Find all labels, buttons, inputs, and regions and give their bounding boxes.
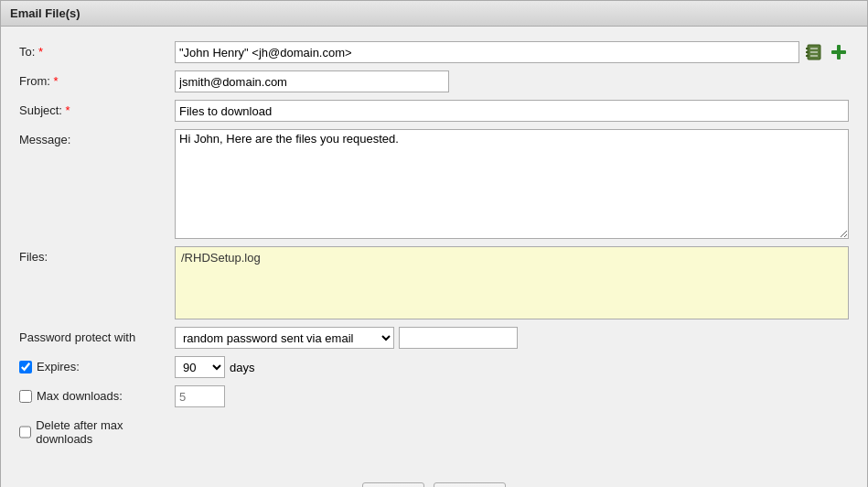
max-downloads-control-area xyxy=(175,385,849,407)
max-downloads-checkbox-label[interactable]: Max downloads: xyxy=(19,389,175,403)
to-input[interactable] xyxy=(175,41,799,63)
from-input[interactable] xyxy=(175,70,449,92)
delete-after-max-row: Delete after max downloads xyxy=(19,415,849,446)
delete-after-max-checkbox-label[interactable]: Delete after max downloads xyxy=(19,418,175,446)
plus-icon xyxy=(830,43,848,61)
delete-after-max-label-area: Delete after max downloads xyxy=(19,415,175,446)
to-required: * xyxy=(38,45,43,59)
send-button[interactable]: Send xyxy=(362,482,424,487)
password-label: Password protect with xyxy=(19,327,175,344)
message-label: Message: xyxy=(19,129,175,146)
from-control-area xyxy=(175,70,849,92)
to-control-area xyxy=(175,41,849,63)
message-row: Message: xyxy=(19,129,849,239)
max-downloads-row: Max downloads: xyxy=(19,385,849,407)
expires-row: Expires: 30 60 90 120 180 365 days xyxy=(19,356,849,378)
max-downloads-checkbox[interactable] xyxy=(19,390,32,403)
subject-label: Subject: * xyxy=(19,100,175,117)
expires-label-area: Expires: xyxy=(19,356,175,373)
dialog-title: Email File(s) xyxy=(10,6,80,20)
files-label: Files: xyxy=(19,246,175,264)
title-bar: Email File(s) xyxy=(1,1,867,27)
expires-checkbox[interactable] xyxy=(19,361,32,373)
password-input[interactable] xyxy=(399,327,518,349)
to-row: To: * xyxy=(19,41,849,63)
max-downloads-input[interactable] xyxy=(175,385,225,407)
email-files-dialog: Email File(s) To: * xyxy=(0,0,868,487)
expires-checkbox-label[interactable]: Expires: xyxy=(19,360,175,373)
files-row: Files: /RHDSetup.log xyxy=(19,246,849,319)
password-select[interactable]: random password sent via email no passwo… xyxy=(175,327,394,349)
subject-input[interactable] xyxy=(175,100,849,122)
max-downloads-label-area: Max downloads: xyxy=(19,385,175,403)
password-row: Password protect with random password se… xyxy=(19,327,849,349)
address-book-icon xyxy=(805,44,823,60)
message-textarea[interactable] xyxy=(175,129,849,239)
files-control-area: /RHDSetup.log xyxy=(175,246,849,319)
expires-days-select[interactable]: 30 60 90 120 180 365 xyxy=(175,356,225,378)
from-required: * xyxy=(54,74,59,88)
subject-row: Subject: * xyxy=(19,100,849,122)
svg-rect-3 xyxy=(806,55,809,57)
button-area: Send Cancel xyxy=(1,464,867,487)
message-control-area xyxy=(175,129,849,239)
password-control-area: random password sent via email no passwo… xyxy=(175,327,849,349)
svg-rect-8 xyxy=(831,50,846,54)
expires-days-unit: days xyxy=(230,361,254,374)
subject-required: * xyxy=(66,103,70,117)
from-row: From: * xyxy=(19,70,849,92)
subject-control-area xyxy=(175,100,849,122)
to-label: To: * xyxy=(19,41,175,59)
cancel-button[interactable]: Cancel xyxy=(434,482,505,487)
add-recipient-button[interactable] xyxy=(829,42,849,62)
expires-control-area: 30 60 90 120 180 365 days xyxy=(175,356,849,378)
delete-after-max-checkbox[interactable] xyxy=(19,426,31,438)
svg-rect-1 xyxy=(806,48,809,49)
from-label: From: * xyxy=(19,70,175,88)
svg-rect-2 xyxy=(806,51,809,53)
form-area: To: * xyxy=(1,27,867,464)
files-list: /RHDSetup.log xyxy=(175,246,849,319)
address-book-button[interactable] xyxy=(804,42,824,62)
